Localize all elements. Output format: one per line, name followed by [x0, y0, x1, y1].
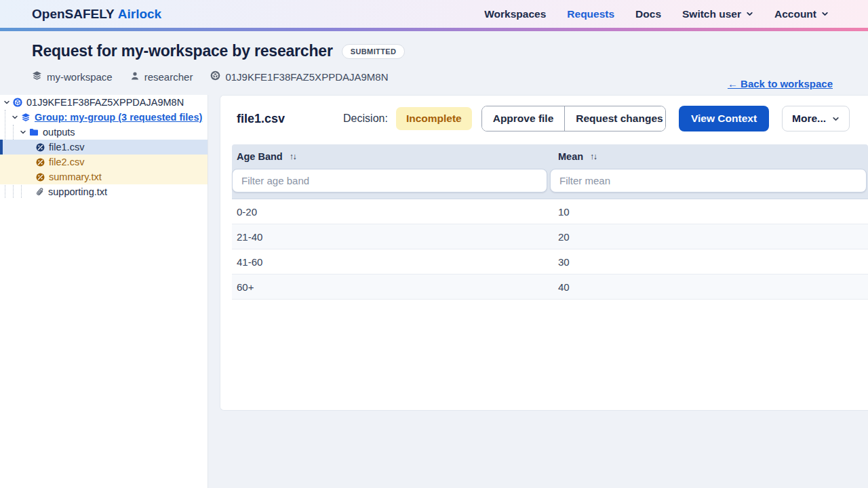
output-file-icon [36, 173, 45, 182]
cell-mean: 40 [550, 281, 868, 293]
table-header: Age Band ↑↓ Mean ↑↓ [232, 144, 868, 199]
page-title: Request for my-workspace by researcher [32, 42, 333, 60]
tree-item-label: file2.csv [49, 157, 84, 167]
app-logo[interactable]: OpenSAFELYAirlock [32, 7, 161, 22]
cell-age-band: 21-40 [232, 231, 550, 243]
tree-item-file2[interactable]: file2.csv [0, 155, 208, 169]
column-header-age-band[interactable]: Age Band ↑↓ [232, 151, 550, 162]
request-meta: my-workspace researcher 01J9KFE1F38FAZ5X… [32, 70, 834, 83]
tree-item-label: file1.csv [49, 142, 84, 152]
view-context-button[interactable]: View Context [679, 106, 769, 131]
decision-badge: Incomplete [396, 107, 472, 130]
tree-item-label: summary.txt [49, 171, 102, 182]
meta-request-id-label: 01J9KFE1F38FAZ5XPPDAJA9M8N [225, 71, 388, 83]
approve-file-button[interactable]: Approve file [482, 106, 566, 131]
meta-request-id: 01J9KFE1F38FAZ5XPPDAJA9M8N [210, 70, 388, 83]
file-tree: 01J9KFE1F38FAZ5XPPDAJA9M8N Group: my-gro… [0, 95, 208, 199]
request-changes-button[interactable]: Request changes [565, 106, 666, 131]
nav-links: Workspaces Requests Docs Switch user Acc… [484, 8, 829, 20]
table-row: 60+ 40 [232, 274, 868, 300]
nav-item-docs[interactable]: Docs [635, 8, 661, 20]
sort-icon[interactable]: ↑↓ [290, 152, 296, 161]
nav-item-account[interactable]: Account [774, 8, 829, 20]
table-row: 21-40 20 [232, 224, 868, 249]
nav-item-requests[interactable]: Requests [567, 8, 614, 20]
cell-mean: 20 [550, 231, 868, 243]
paperclip-icon [36, 187, 44, 197]
file-toolbar: file1.csv Decision: Incomplete Approve f… [220, 96, 868, 140]
request-icon [13, 98, 22, 107]
filter-age-band-input[interactable] [232, 169, 547, 192]
logo-secondary: Airlock [118, 7, 161, 21]
top-nav: OpenSAFELYAirlock Workspaces Requests Do… [0, 0, 868, 28]
tree-item-label: outputs [43, 127, 75, 138]
sort-icon[interactable]: ↑↓ [590, 152, 597, 161]
file-content-table: Age Band ↑↓ Mean ↑↓ 0-20 10 21-40 20 [232, 144, 868, 300]
chevron-down-icon [832, 115, 840, 123]
layers-icon [21, 113, 31, 122]
tree-item-supporting[interactable]: supporting.txt [0, 184, 208, 199]
folder-icon [29, 128, 39, 136]
nav-item-label: Workspaces [484, 8, 546, 20]
user-icon [130, 71, 140, 83]
status-badge: SUBMITTED [342, 44, 406, 59]
chevron-down-icon[interactable] [11, 114, 18, 121]
tree-item-request-root[interactable]: 01J9KFE1F38FAZ5XPPDAJA9M8N [0, 95, 208, 110]
nav-item-label: Docs [635, 8, 661, 20]
output-file-icon [36, 158, 45, 167]
tree-item-outputs-folder[interactable]: outputs [0, 125, 208, 140]
tree-item-label[interactable]: Group: my-group (3 requested files) [35, 112, 202, 123]
column-header-mean[interactable]: Mean ↑↓ [550, 151, 868, 162]
back-to-workspace-link[interactable]: ← Back to workspace [728, 78, 833, 89]
meta-workspace-label: my-workspace [47, 71, 113, 83]
file-review-panel: file1.csv Decision: Incomplete Approve f… [220, 95, 868, 411]
chevron-down-icon[interactable] [3, 99, 10, 106]
nav-item-label: Account [774, 8, 816, 20]
tree-item-label: supporting.txt [48, 186, 107, 197]
more-button[interactable]: More... [782, 106, 850, 131]
file-title: file1.csv [237, 112, 285, 126]
logo-primary: OpenSAFELY [32, 7, 115, 21]
chevron-down-icon [746, 10, 753, 18]
column-header-label: Mean [558, 151, 583, 162]
cell-age-band: 60+ [232, 281, 550, 293]
more-button-label: More... [792, 113, 826, 125]
chevron-down-icon[interactable] [19, 129, 26, 136]
table-filter-row [232, 169, 868, 192]
layers-icon [32, 70, 42, 83]
tree-item-file1[interactable]: file1.csv [0, 140, 208, 155]
file-tree-sidebar: 01J9KFE1F38FAZ5XPPDAJA9M8N Group: my-gro… [0, 95, 208, 488]
page-header: Request for my-workspace by researcher S… [0, 31, 868, 95]
output-file-icon [36, 143, 45, 152]
filter-mean-input[interactable] [550, 169, 867, 192]
tree-item-summary[interactable]: summary.txt [0, 169, 208, 184]
cell-age-band: 41-60 [232, 256, 550, 268]
chevron-down-icon [821, 10, 829, 18]
column-header-label: Age Band [237, 151, 283, 162]
meta-user: researcher [130, 71, 193, 83]
cell-mean: 10 [550, 206, 868, 218]
vote-button-group: Approve file Request changes Undecided [481, 106, 666, 131]
nav-item-switch-user[interactable]: Switch user [682, 8, 753, 20]
cell-mean: 30 [550, 256, 868, 268]
nav-item-label: Requests [567, 8, 614, 20]
table-body: 0-20 10 21-40 20 41-60 30 60+ 40 [232, 199, 868, 300]
tree-item-group[interactable]: Group: my-group (3 requested files) [0, 110, 208, 125]
table-row: 41-60 30 [232, 249, 868, 274]
cell-age-band: 0-20 [232, 206, 550, 218]
table-row: 0-20 10 [232, 199, 868, 224]
nav-item-workspaces[interactable]: Workspaces [484, 8, 546, 20]
meta-workspace: my-workspace [32, 70, 113, 83]
decision-label: Decision: [343, 113, 388, 125]
tree-item-label: 01J9KFE1F38FAZ5XPPDAJA9M8N [26, 97, 184, 108]
nav-item-label: Switch user [682, 8, 741, 20]
cube-icon [210, 70, 220, 83]
meta-user-label: researcher [144, 71, 193, 83]
